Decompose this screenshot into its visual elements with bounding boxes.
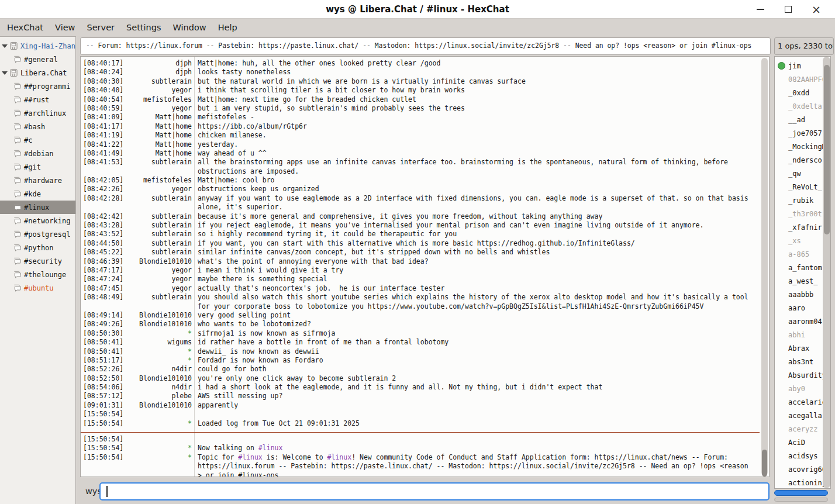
user-row[interactable]: acegalla-: [775, 409, 830, 422]
user-row[interactable]: jim: [775, 59, 830, 73]
menu-item[interactable]: Settings: [120, 19, 167, 36]
message-text: sifrmoja1 is now known as sifrmoja: [198, 329, 335, 337]
topic-bar[interactable]: -- Forum: https://linux.forum -- Pastebi…: [80, 37, 771, 55]
nick: Blondie101010: [126, 257, 192, 266]
user-row[interactable]: AciD: [775, 436, 830, 449]
user-row[interactable]: aaabbb: [775, 288, 830, 301]
user-row[interactable]: a-865: [775, 247, 830, 261]
timestamp: [08:40:59]: [81, 104, 126, 113]
user-row[interactable]: _nderscor: [775, 153, 830, 167]
user-row[interactable]: _xfafnir: [775, 220, 830, 234]
menu-item[interactable]: Window: [167, 19, 212, 36]
userlist-scrollbar-thumb[interactable]: [824, 65, 830, 234]
tree-item[interactable]: #postgresql: [0, 227, 75, 241]
user-row[interactable]: abs3nt: [775, 355, 830, 368]
menu-item[interactable]: Help: [212, 19, 243, 36]
tree-item[interactable]: #security: [0, 254, 75, 268]
tree-item[interactable]: #python: [0, 241, 75, 254]
user-name: a-865: [788, 250, 809, 258]
text-caret: [106, 486, 108, 497]
user-row[interactable]: _MockingM: [775, 140, 830, 153]
tree-item[interactable]: Libera.Chat: [0, 66, 75, 80]
tree-item[interactable]: #kde: [0, 187, 75, 201]
tree-item-label: ##programmi: [24, 82, 70, 91]
chat-scrollbar-thumb[interactable]: [762, 450, 767, 477]
userlist-scrollbar-track[interactable]: [823, 57, 830, 488]
tree-item-label: #linux: [24, 203, 49, 212]
menu-item[interactable]: Server: [81, 19, 120, 36]
user-row[interactable]: aceryzz: [775, 422, 830, 436]
tree-item[interactable]: ##programmi: [0, 80, 75, 93]
nick: subtlerain: [126, 239, 192, 248]
user-row[interactable]: accelario: [775, 395, 830, 409]
tree-item[interactable]: #bash: [0, 120, 75, 133]
tree-item[interactable]: ##rust: [0, 93, 75, 106]
chat-row: [08:42:05] mefistofeles Matt|home: cool …: [81, 176, 760, 185]
user-row[interactable]: _ReVoLt_: [775, 180, 830, 194]
user-name: _0xdd: [788, 89, 809, 97]
user-row[interactable]: _th3r00t: [775, 207, 830, 220]
chat-lines: [08:40:17] djph Matt|home: huh, all the …: [81, 59, 760, 477]
timestamp: [08:57:12]: [81, 392, 126, 401]
userlist-hscrollbar-track[interactable]: [774, 498, 828, 502]
tree-item[interactable]: #linux: [0, 201, 75, 214]
close-button[interactable]: ×: [802, 0, 830, 19]
chat-row: [08:41:22] Matt|home yesterday.: [81, 140, 760, 149]
userlist-hscrollbar-thumb[interactable]: [774, 490, 828, 496]
message-text: > or join #linux-ops: [198, 471, 278, 477]
tree-item[interactable]: #networking: [0, 214, 75, 227]
tree-item-label: #archlinux: [24, 109, 66, 118]
tree-item[interactable]: #git: [0, 160, 75, 174]
message-input[interactable]: [99, 482, 770, 500]
tree-item[interactable]: #debian: [0, 147, 75, 160]
user-row[interactable]: _0xdelta: [775, 99, 830, 113]
tree-item[interactable]: #archlinux: [0, 106, 75, 120]
menu-item[interactable]: HexChat: [1, 19, 49, 36]
tree-item[interactable]: #hardware: [0, 174, 75, 187]
user-row[interactable]: aaronm04: [775, 315, 830, 328]
user-row[interactable]: acidsys: [775, 449, 830, 462]
user-name: _joe7057: [788, 129, 822, 137]
user-row[interactable]: aaro: [775, 301, 830, 315]
tree-item-label: #networking: [24, 217, 70, 225]
user-row[interactable]: _xs: [775, 234, 830, 247]
user-row[interactable]: _0xdd: [775, 86, 830, 99]
tree-item[interactable]: #ubuntu: [0, 281, 75, 295]
message: way ahead of u ^^: [192, 149, 760, 158]
user-row[interactable]: abhi: [775, 328, 830, 341]
user-row[interactable]: _rubik: [775, 194, 830, 207]
user-row[interactable]: _joe7057: [775, 126, 830, 140]
chat-row: [08:48:49] subtlerain you should also wa…: [81, 293, 760, 302]
message-text: alone, it's superior.: [198, 203, 282, 211]
user-row[interactable]: 082AAHPF6: [775, 73, 830, 86]
user-row[interactable]: a_west_: [775, 274, 830, 288]
chat-row: [08:47:24] yegor maybe there is somethin…: [81, 275, 760, 284]
nick: *: [126, 444, 192, 453]
user-row[interactable]: _qw: [775, 167, 830, 180]
tree-item[interactable]: #general: [0, 53, 75, 66]
menu-item[interactable]: View: [49, 19, 81, 36]
expander-icon[interactable]: [2, 44, 8, 48]
nick: [126, 471, 192, 477]
user-row[interactable]: acovrig60: [775, 462, 830, 476]
user-row[interactable]: a_fantom: [775, 261, 830, 274]
message: looks tasty nonetheless: [192, 68, 760, 77]
tree-item[interactable]: #thelounge: [0, 268, 75, 281]
tree-item[interactable]: #c: [0, 133, 75, 147]
timestamp: [15:50:54]: [81, 419, 126, 428]
user-row[interactable]: __ad: [775, 113, 830, 126]
maximize-button[interactable]: [774, 0, 802, 19]
minimize-button[interactable]: [746, 0, 774, 19]
tree-item[interactable]: Xing-Hai-Zhan: [0, 39, 75, 53]
timestamp: [08:50:30]: [81, 329, 126, 338]
user-row[interactable]: actioninj: [775, 476, 830, 489]
chat-row: [08:45:22] subtlerain similar infinite c…: [81, 248, 760, 257]
user-row[interactable]: Abrax: [775, 341, 830, 355]
expander-icon[interactable]: [2, 71, 8, 75]
user-row[interactable]: Absurdity: [775, 368, 830, 382]
chat-scrollbar-track[interactable]: [761, 58, 768, 475]
nick: wigums: [126, 338, 192, 347]
user-row[interactable]: aby0: [775, 382, 830, 395]
timestamp: [08:50:41]: [81, 338, 126, 347]
nick: Matt|home: [126, 131, 192, 140]
